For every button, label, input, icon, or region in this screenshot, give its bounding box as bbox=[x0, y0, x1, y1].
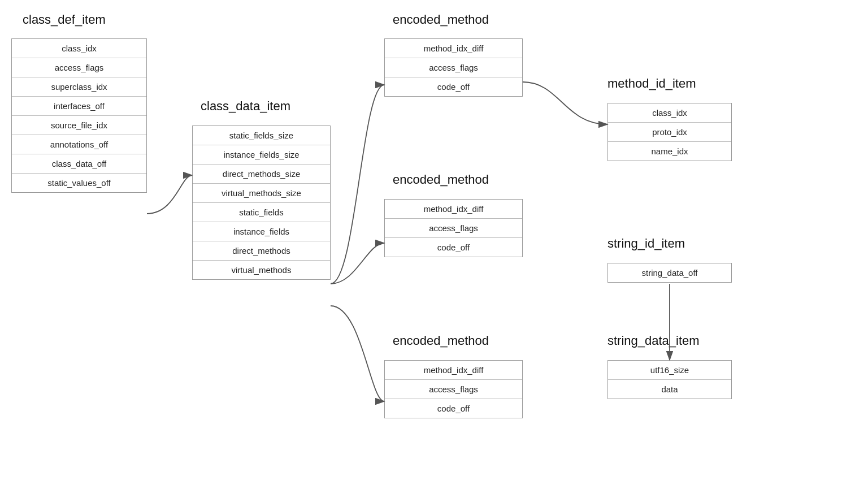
field-static-values-off: static_values_off bbox=[12, 174, 146, 192]
field-code-off-em2: code_off bbox=[385, 238, 522, 257]
field-instance-fields: instance_fields bbox=[193, 222, 330, 241]
field-method-idx-diff-1: method_idx_diff bbox=[385, 39, 522, 58]
encoded-method-2-box: method_idx_diff access_flags code_off bbox=[384, 199, 523, 257]
field-class-data-off: class_data_off bbox=[12, 154, 146, 174]
field-class-idx-1: class_idx bbox=[12, 39, 146, 58]
class-def-item-title: class_def_item bbox=[23, 12, 106, 27]
encoded-method-1-box: method_idx_diff access_flags code_off bbox=[384, 38, 523, 97]
encoded-method-3-box: method_idx_diff access_flags code_off bbox=[384, 360, 523, 418]
field-direct-methods: direct_methods bbox=[193, 241, 330, 261]
field-method-idx-diff-2: method_idx_diff bbox=[385, 200, 522, 219]
method-id-item-title: method_id_item bbox=[607, 76, 696, 91]
class-data-item-box: static_fields_size instance_fields_size … bbox=[192, 126, 331, 280]
class-def-item-box: class_idx access_flags superclass_idx in… bbox=[11, 38, 147, 193]
string-data-item-title: string_data_item bbox=[607, 334, 700, 348]
field-source-file-idx: source_file_idx bbox=[12, 116, 146, 135]
field-static-fields: static_fields bbox=[193, 203, 330, 222]
field-method-idx-diff-3: method_idx_diff bbox=[385, 361, 522, 380]
encoded-method-2-title: encoded_method bbox=[393, 172, 489, 187]
field-annotations-off: annotations_off bbox=[12, 135, 146, 154]
field-code-off-em3: code_off bbox=[385, 399, 522, 418]
encoded-method-1-title: encoded_method bbox=[393, 12, 489, 27]
field-string-data-off: string_data_off bbox=[608, 263, 731, 282]
field-name-idx: name_idx bbox=[608, 142, 731, 161]
field-access-flags-1: access_flags bbox=[12, 58, 146, 77]
field-utf16-size: utf16_size bbox=[608, 361, 731, 380]
encoded-method-3-title: encoded_method bbox=[393, 334, 489, 348]
string-id-item-box: string_data_off bbox=[607, 263, 732, 283]
field-access-flags-em3: access_flags bbox=[385, 380, 522, 399]
field-instance-fields-size: instance_fields_size bbox=[193, 145, 330, 165]
diagram-container: class_def_item class_idx access_flags su… bbox=[0, 0, 868, 489]
field-class-idx-mi: class_idx bbox=[608, 103, 731, 123]
method-id-item-box: class_idx proto_idx name_idx bbox=[607, 103, 732, 161]
field-access-flags-em1: access_flags bbox=[385, 58, 522, 77]
field-static-fields-size: static_fields_size bbox=[193, 126, 330, 145]
field-virtual-methods-size: virtual_methods_size bbox=[193, 184, 330, 203]
field-virtual-methods: virtual_methods bbox=[193, 261, 330, 279]
field-code-off-em1: code_off bbox=[385, 77, 522, 96]
field-direct-methods-size: direct_methods_size bbox=[193, 165, 330, 184]
string-data-item-box: utf16_size data bbox=[607, 360, 732, 399]
field-access-flags-em2: access_flags bbox=[385, 219, 522, 238]
field-superclass-idx: superclass_idx bbox=[12, 77, 146, 97]
field-proto-idx: proto_idx bbox=[608, 123, 731, 142]
string-id-item-title: string_id_item bbox=[607, 236, 685, 251]
field-interfaces-off: interfaces_off bbox=[12, 97, 146, 116]
class-data-item-title: class_data_item bbox=[201, 99, 290, 114]
field-data: data bbox=[608, 380, 731, 399]
